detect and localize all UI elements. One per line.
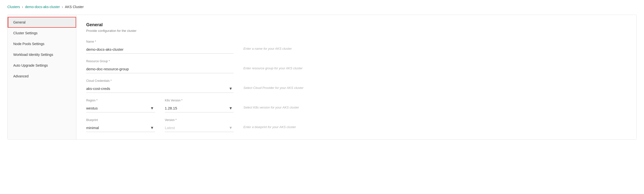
version-field: Version * Latest ▼ bbox=[165, 118, 234, 132]
section-subtitle: Provide configuration for the cluster bbox=[86, 29, 626, 33]
region-select[interactable]: westus bbox=[86, 104, 155, 112]
resource-group-field: Resource Group * bbox=[86, 60, 234, 73]
breadcrumb-sep-1: › bbox=[22, 5, 23, 9]
version-select-wrapper: Latest ▼ bbox=[165, 124, 234, 132]
resource-group-label: Resource Group * bbox=[86, 60, 234, 63]
k8s-version-label: K8s Version * bbox=[165, 99, 234, 102]
sidebar-item-workload-identity-settings[interactable]: Workload Identity Settings bbox=[8, 49, 76, 60]
cloud-credentials-label: Cloud Credentials * bbox=[86, 79, 234, 83]
sidebar: General Cluster Settings Node Pools Sett… bbox=[8, 15, 76, 139]
sidebar-label-auto-upgrade-settings: Auto Upgrade Settings bbox=[13, 63, 48, 67]
breadcrumb: Clusters › demo-docs-aks-cluster › AKS C… bbox=[7, 5, 637, 9]
region-field: Region * westus ▼ bbox=[86, 99, 155, 112]
cloud-credentials-select[interactable]: aks-cost-creds bbox=[86, 85, 234, 93]
resource-group-field-group: Resource Group * bbox=[86, 60, 234, 73]
region-select-wrapper: westus ▼ bbox=[86, 104, 155, 112]
name-label: Name * bbox=[86, 40, 234, 43]
sidebar-item-general[interactable]: General bbox=[8, 17, 76, 28]
name-field: Name * bbox=[86, 40, 234, 54]
region-k8s-fields-left: Region * westus ▼ K8s Version * bbox=[86, 99, 234, 112]
blueprint-label: Blueprint bbox=[86, 118, 155, 122]
cloud-credentials-field-group: Cloud Credentials * aks-cost-creds ▼ bbox=[86, 79, 234, 93]
cloud-credentials-field-row: Cloud Credentials * aks-cost-creds ▼ Sel… bbox=[86, 79, 626, 93]
breadcrumb-cluster-name-link[interactable]: demo-docs-aks-cluster bbox=[25, 5, 60, 9]
blueprint-field: Blueprint minimal ▼ bbox=[86, 118, 155, 132]
region-k8s-field-row: Region * westus ▼ K8s Version * bbox=[86, 99, 626, 112]
sidebar-item-auto-upgrade-settings[interactable]: Auto Upgrade Settings bbox=[8, 60, 76, 71]
sidebar-label-node-pools-settings: Node Pools Settings bbox=[13, 42, 44, 46]
sidebar-item-cluster-settings[interactable]: Cluster Settings bbox=[8, 28, 76, 38]
resource-group-input[interactable] bbox=[86, 65, 234, 73]
k8s-version-select[interactable]: 1.28.15 bbox=[165, 104, 234, 112]
k8s-version-field: K8s Version * 1.28.15 ▼ bbox=[165, 99, 234, 112]
region-label: Region * bbox=[86, 99, 155, 102]
name-field-row: Name * Enter a name for your AKS cluster bbox=[86, 40, 626, 54]
blueprint-version-fields-left: Blueprint minimal ▼ Version * bbox=[86, 118, 234, 132]
blueprint-select-wrapper: minimal ▼ bbox=[86, 124, 155, 132]
main-layout: General Cluster Settings Node Pools Sett… bbox=[7, 15, 637, 140]
name-hint: Enter a name for your AKS cluster bbox=[244, 40, 317, 50]
name-field-group: Name * bbox=[86, 40, 234, 54]
page-container: Clusters › demo-docs-aks-cluster › AKS C… bbox=[0, 0, 644, 194]
sidebar-label-workload-identity-settings: Workload Identity Settings bbox=[13, 53, 53, 57]
resource-group-field-row: Resource Group * Enter resource group fo… bbox=[86, 60, 626, 73]
breadcrumb-clusters-link[interactable]: Clusters bbox=[7, 5, 20, 9]
version-select[interactable]: Latest bbox=[165, 124, 234, 132]
name-input[interactable] bbox=[86, 45, 234, 54]
breadcrumb-sep-2: › bbox=[62, 5, 63, 9]
cloud-credentials-field: Cloud Credentials * aks-cost-creds ▼ bbox=[86, 79, 234, 93]
content-area: General Provide configuration for the cl… bbox=[76, 15, 636, 139]
blueprint-select[interactable]: minimal bbox=[86, 124, 155, 132]
blueprint-version-field-row: Blueprint minimal ▼ Version * bbox=[86, 118, 626, 132]
region-hint: Select K8s version for your AKS cluster bbox=[244, 99, 317, 109]
cloud-credentials-hint: Select Cloud Provider for your AKS clust… bbox=[244, 79, 317, 90]
section-title: General bbox=[86, 22, 626, 27]
sidebar-label-general: General bbox=[13, 20, 26, 24]
resource-group-hint: Enter resource group for your AKS cluste… bbox=[244, 60, 317, 70]
blueprint-hint: Enter a blueprint for your AKS cluster bbox=[244, 118, 317, 129]
sidebar-item-advanced[interactable]: Advanced bbox=[8, 71, 76, 82]
breadcrumb-current-page: AKS Cluster bbox=[65, 5, 84, 9]
version-label: Version * bbox=[165, 118, 234, 122]
sidebar-label-advanced: Advanced bbox=[13, 74, 28, 78]
sidebar-item-node-pools-settings[interactable]: Node Pools Settings bbox=[8, 38, 76, 49]
cloud-credentials-select-wrapper: aks-cost-creds ▼ bbox=[86, 85, 234, 93]
k8s-version-select-wrapper: 1.28.15 ▼ bbox=[165, 104, 234, 112]
sidebar-label-cluster-settings: Cluster Settings bbox=[13, 31, 38, 35]
form-grid: Name * Enter a name for your AKS cluster… bbox=[86, 40, 626, 132]
